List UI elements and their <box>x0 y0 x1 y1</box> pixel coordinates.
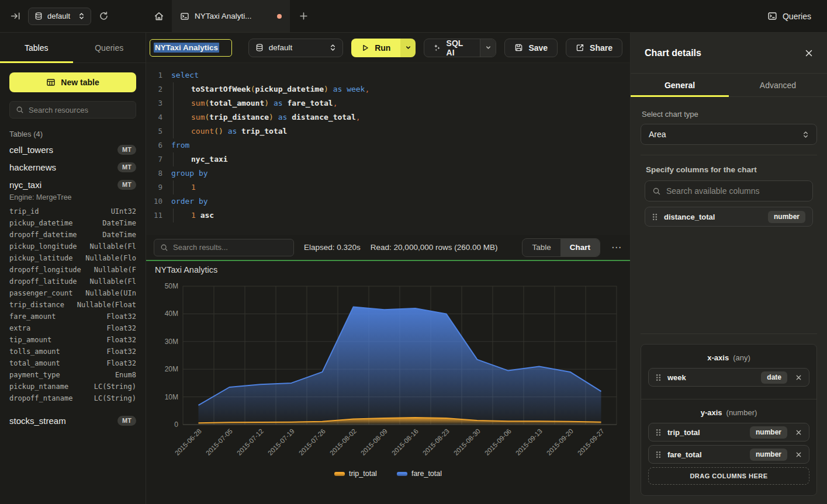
column-row: fare_amountFloat32 <box>0 311 146 322</box>
chevron-down-icon <box>485 44 492 51</box>
code-token: sum <box>191 96 205 110</box>
sql-ai-button[interactable]: SQL AI <box>424 39 480 57</box>
tab-queries[interactable]: Queries <box>73 33 146 62</box>
column-type-badge: date <box>761 371 787 384</box>
run-button[interactable]: Run <box>351 39 400 57</box>
run-options-button[interactable] <box>400 39 415 57</box>
y-axis-column-chip[interactable]: fare_totalnumber <box>648 445 809 464</box>
sql-ai-label: SQL AI <box>447 39 472 57</box>
svg-text:2015-08-09: 2015-08-09 <box>359 427 389 457</box>
y-axis-items: trip_totalnumberfare_totalnumber <box>648 423 809 464</box>
tab-tables[interactable]: Tables <box>0 33 73 62</box>
query-title-input[interactable]: NYTaxi Analytics <box>150 39 232 57</box>
svg-text:2015-08-02: 2015-08-02 <box>328 427 358 457</box>
code-token: asc <box>200 208 214 223</box>
column-row: dropoff_datetimeDateTime <box>0 229 146 241</box>
legend-item-trip_total[interactable]: trip_total <box>334 470 377 478</box>
line-number: 9 <box>146 180 162 194</box>
remove-column-icon[interactable] <box>795 451 802 458</box>
legend-item-fare_total[interactable]: fare_total <box>397 470 442 478</box>
database-selector[interactable]: default <box>28 8 91 25</box>
sql-editor[interactable]: 1select2toStartOfWeek(pickup_datetime) a… <box>146 63 630 235</box>
queries-button[interactable]: Queries <box>767 0 827 32</box>
table-item[interactable]: cell_towersMT <box>0 141 146 158</box>
new-tab-icon[interactable] <box>290 0 317 32</box>
table-item[interactable]: stocks_streamMT <box>0 412 146 429</box>
new-table-button[interactable]: New table <box>9 72 136 92</box>
search-results-input[interactable]: Search results... <box>154 239 294 256</box>
y-axis-column-chip[interactable]: trip_totalnumber <box>648 423 809 442</box>
code-token: week <box>347 82 365 96</box>
panel-header: Chart details <box>631 33 827 74</box>
column-row: tip_amountFloat32 <box>0 334 146 346</box>
code-token: distance_total <box>292 110 356 124</box>
tables-section-label: Tables (4) <box>9 130 136 138</box>
column-type-badge: number <box>750 426 787 439</box>
code-token: 1 <box>191 180 196 194</box>
specify-columns-label: Specify columns for the chart <box>641 165 817 174</box>
save-button[interactable]: Save <box>504 39 558 57</box>
toggle-table[interactable]: Table <box>523 239 560 256</box>
sparkles-icon <box>432 43 441 52</box>
code-token: 1 <box>191 208 196 223</box>
code-token: , <box>356 110 361 124</box>
line-number: 1 <box>146 68 162 82</box>
drag-handle-icon[interactable] <box>656 374 661 381</box>
share-button[interactable]: Share <box>566 39 622 57</box>
table-item[interactable]: nyc_taxiMT <box>0 176 146 193</box>
tab-nytaxi-analytics[interactable]: NYTaxi Analyti... <box>172 0 290 32</box>
line-number: 2 <box>146 82 162 96</box>
x-axis-column-chip[interactable]: weekdate <box>648 368 809 387</box>
collapse-sidebar-icon[interactable] <box>11 11 20 21</box>
code-token <box>287 110 292 124</box>
column-row: pickup_ntanameLC(String) <box>0 381 146 392</box>
code-token: ( <box>205 110 209 124</box>
drag-handle-icon[interactable] <box>656 429 661 436</box>
search-columns-input[interactable]: Search available columns <box>645 180 813 201</box>
available-column-chip[interactable]: distance_totalnumber <box>645 207 813 227</box>
column-chip-name: fare_total <box>667 450 702 459</box>
code-token: sum <box>191 110 205 124</box>
search-results-placeholder: Search results... <box>173 243 228 252</box>
x-axis-header: x-axis(any) <box>648 353 809 362</box>
sql-ai-options-button[interactable] <box>480 39 496 57</box>
toggle-chart[interactable]: Chart <box>560 239 600 256</box>
column-name: pickup_datetime <box>9 217 72 229</box>
legend-swatch <box>334 472 345 476</box>
code-token <box>328 82 333 96</box>
main: Tables Queries New table Search resource… <box>0 33 827 504</box>
svg-text:2015-07-19: 2015-07-19 <box>267 427 296 457</box>
chart-section: NYTaxi Analytics 010M20M30M40M50M2015-06… <box>146 261 630 504</box>
chevrons-updown-icon <box>330 44 336 51</box>
toolbar-database-selector[interactable]: default <box>248 39 343 57</box>
tab-general[interactable]: General <box>631 74 729 96</box>
home-icon[interactable] <box>146 0 172 32</box>
code-token <box>223 124 228 138</box>
column-name: trip_distance <box>9 299 64 311</box>
code-token: () <box>214 124 223 138</box>
remove-column-icon[interactable] <box>795 429 802 436</box>
refresh-icon[interactable] <box>99 11 109 21</box>
y-axis-header: y-axis(number) <box>648 408 809 417</box>
line-number: 6 <box>146 138 162 152</box>
drag-handle-icon[interactable] <box>652 213 658 221</box>
drop-zone[interactable]: DRAG COLUMNS HERE <box>648 467 809 485</box>
search-resources-input[interactable]: Search resources <box>9 101 136 119</box>
more-options-icon[interactable]: ⋯ <box>610 242 622 252</box>
table-name: cell_towers <box>9 145 53 155</box>
code-token: as <box>333 82 342 96</box>
remove-column-icon[interactable] <box>795 374 802 381</box>
drag-handle-icon[interactable] <box>656 451 661 458</box>
indent-guide <box>173 124 191 138</box>
axes-card: x-axis(any) weekdate y-axis(number) trip… <box>641 344 817 496</box>
table-item[interactable]: hackernewsMT <box>0 158 146 176</box>
column-type-badge: number <box>750 449 787 461</box>
chart-type-select[interactable]: Area <box>641 124 817 145</box>
svg-text:2015-09-06: 2015-09-06 <box>483 427 513 457</box>
column-name: trip_id <box>9 206 39 217</box>
close-icon[interactable] <box>805 49 813 57</box>
run-label: Run <box>375 43 390 53</box>
tab-strip: NYTaxi Analyti... <box>146 0 767 32</box>
tab-advanced[interactable]: Advanced <box>729 74 827 96</box>
code-token <box>342 82 347 96</box>
